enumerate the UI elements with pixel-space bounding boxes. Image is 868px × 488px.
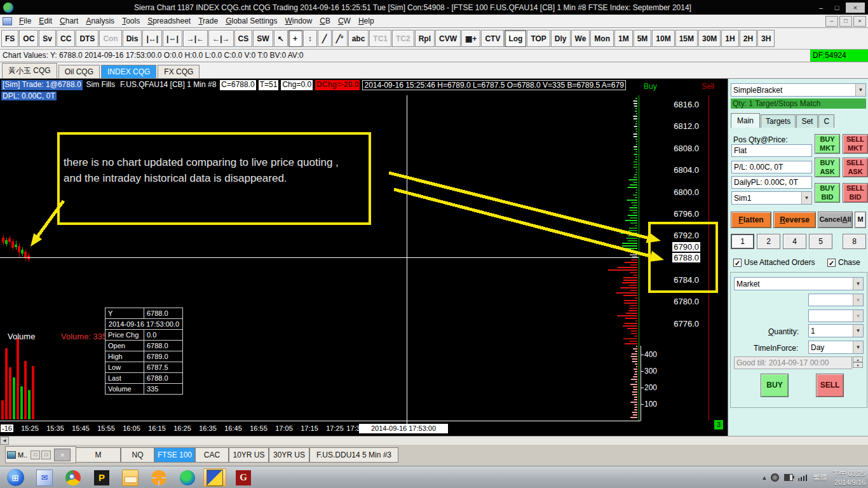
menu-item-analysis[interactable]: Analysis (82, 15, 118, 27)
app-p-icon[interactable] (90, 468, 113, 487)
horizontal-scrollbar[interactable]: ◄ (0, 436, 868, 445)
sierra-chart-globe-icon[interactable] (176, 468, 199, 487)
decrease-bar-spacing-icon[interactable]: |⇔| (163, 30, 182, 47)
fs-button[interactable]: FS (1, 30, 18, 47)
menu-item-trade[interactable]: Trade (194, 15, 222, 27)
chrome-icon[interactable] (62, 468, 85, 487)
app-g-icon[interactable] (232, 468, 255, 487)
account-select[interactable]: Sim1 ▼ (731, 191, 812, 205)
taskbar-clock[interactable]: 下午 03:25 2014/9/16 (832, 469, 865, 487)
qty-preset-2[interactable]: 2 (757, 234, 780, 249)
minimized-window-titlebar[interactable]: M.. □ □ × (5, 446, 76, 463)
order-type-select[interactable]: Market ▼ (734, 277, 864, 290)
pointer-tool-icon[interactable]: ↖ (274, 30, 288, 47)
menu-item-window[interactable]: Window (281, 15, 316, 27)
mini-maximize-button[interactable]: □ (41, 451, 51, 459)
qty-preset-8[interactable]: 8 (843, 234, 866, 249)
ime-indicator[interactable]: 繁體 (813, 473, 827, 482)
cs-button[interactable]: CS (234, 30, 253, 47)
cvw-button[interactable]: CVW (435, 30, 461, 47)
cc-button[interactable]: CC (57, 30, 75, 47)
chartbook-tab-1[interactable]: Oil CQG (58, 65, 100, 78)
top-button[interactable]: TOP (527, 30, 550, 47)
m-button[interactable]: M (855, 212, 866, 228)
trade-tab-main[interactable]: Main (731, 113, 760, 128)
scroll-left-icon[interactable]: ◄ (0, 437, 9, 445)
30m-button[interactable]: 30M (698, 30, 721, 47)
dts-button[interactable]: DTS (76, 30, 98, 47)
good-till-spinner[interactable]: ▴ ▾ (853, 356, 863, 369)
file-explorer-icon[interactable] (119, 468, 142, 487)
app-orange-icon[interactable] (147, 468, 170, 487)
qty-preset-4[interactable]: 4 (783, 234, 806, 249)
trade-tab-targets[interactable]: Targets (761, 114, 796, 128)
menu-item-spreadsheet[interactable]: Spreadsheet (144, 15, 194, 27)
quantity-select[interactable]: 1 ▼ (808, 324, 864, 337)
sell-market-button[interactable]: SELL MKT (843, 134, 868, 154)
pl-field[interactable] (731, 161, 812, 173)
menu-item-tools[interactable]: Tools (118, 15, 144, 27)
mdi-child-icon[interactable] (3, 17, 12, 25)
chartbook-tab-2[interactable]: INDEX CQG (101, 65, 156, 78)
bottom-tab-30yr-us[interactable]: 30YR US (269, 447, 309, 463)
spinner-down-icon[interactable]: ▾ (853, 362, 863, 368)
menu-item-cb[interactable]: CB (316, 15, 334, 27)
chevron-down-icon[interactable]: ▼ (853, 278, 863, 290)
mdi-close-button[interactable]: × (853, 16, 866, 27)
dis-button[interactable]: Dis (123, 30, 142, 47)
tc1-button[interactable]: TC1 (369, 30, 391, 47)
active-chart-app-icon[interactable] (203, 468, 226, 487)
1m-button[interactable]: 1M (614, 30, 633, 47)
tray-expand-icon[interactable]: ▴ (763, 473, 766, 482)
2h-button[interactable]: 2H (740, 30, 757, 47)
buy-bid-button[interactable]: BUY BID (815, 183, 840, 203)
mail-app-icon[interactable] (33, 468, 56, 487)
buy-button[interactable]: BUY (761, 374, 789, 397)
chevron-down-icon[interactable]: ▼ (801, 192, 811, 204)
sell-button[interactable]: SELL (816, 374, 844, 397)
menu-item-cw[interactable]: CW (334, 15, 355, 27)
menu-item-edit[interactable]: Edit (35, 15, 56, 27)
expand-scale-icon[interactable]: ←|→ (208, 30, 233, 47)
oc-button[interactable]: OC (19, 30, 38, 47)
spinner-up-icon[interactable]: ▴ (853, 356, 863, 362)
ray-tool-icon[interactable]: ╱° (332, 30, 348, 47)
use-attached-orders-checkbox[interactable]: ✓ (733, 259, 742, 267)
bottom-tab-ftse-100[interactable]: FTSE 100 (154, 447, 195, 463)
ctv-button[interactable]: CTV (481, 30, 504, 47)
trendline-tool-icon[interactable]: ╱ (318, 30, 332, 47)
reverse-button[interactable]: Reverse (773, 212, 816, 228)
tray-app-icon[interactable] (771, 473, 779, 482)
3h-button[interactable]: 3H (757, 30, 775, 47)
menu-item-help[interactable]: Help (355, 15, 378, 27)
cancel-all-button[interactable]: CancelAll (818, 212, 853, 228)
1h-button[interactable]: 1H (721, 30, 738, 47)
rpl-button[interactable]: Rpl (415, 30, 435, 47)
sell-bid-button[interactable]: SELL BID (843, 183, 868, 203)
qty-preset-1[interactable]: 1 (731, 234, 754, 249)
mdi-minimize-button[interactable]: – (825, 16, 838, 27)
time-in-force-select[interactable]: Day ▼ (808, 341, 864, 354)
chase-checkbox[interactable]: ✓ (827, 259, 836, 267)
chevron-down-icon[interactable]: ▼ (853, 325, 863, 337)
spreadsheet-icon[interactable]: ▦+ (461, 30, 480, 47)
we-button[interactable]: We (571, 30, 590, 47)
sell-ask-button[interactable]: SELL ASK (843, 158, 868, 177)
position-field[interactable] (731, 144, 812, 157)
bracket-preset-select[interactable]: SimpleBracket ▼ (731, 83, 866, 97)
menu-item-file[interactable]: File (15, 15, 35, 27)
con-button[interactable]: Con (99, 30, 121, 47)
tc2-button[interactable]: TC2 (392, 30, 414, 47)
menu-item-global-settings[interactable]: Global Settings (222, 15, 281, 27)
network-signal-icon[interactable] (798, 474, 808, 481)
flatten-button[interactable]: Flatten (731, 212, 771, 228)
15m-button[interactable]: 15M (675, 30, 698, 47)
bottom-tab-m[interactable]: M (76, 447, 121, 463)
chart-region[interactable]: [Sim] Trade: 1@6788.0 Sim Fills F.US.QFA… (0, 79, 728, 436)
bottom-tab-nq[interactable]: NQ (121, 447, 154, 463)
chevron-down-icon[interactable]: ▼ (853, 341, 863, 353)
trade-tab-c[interactable]: C (818, 114, 834, 128)
increase-bar-spacing-icon[interactable]: |↔| (142, 30, 162, 47)
dly-button[interactable]: Dly (551, 30, 571, 47)
restore-button[interactable]: □ (830, 3, 844, 13)
